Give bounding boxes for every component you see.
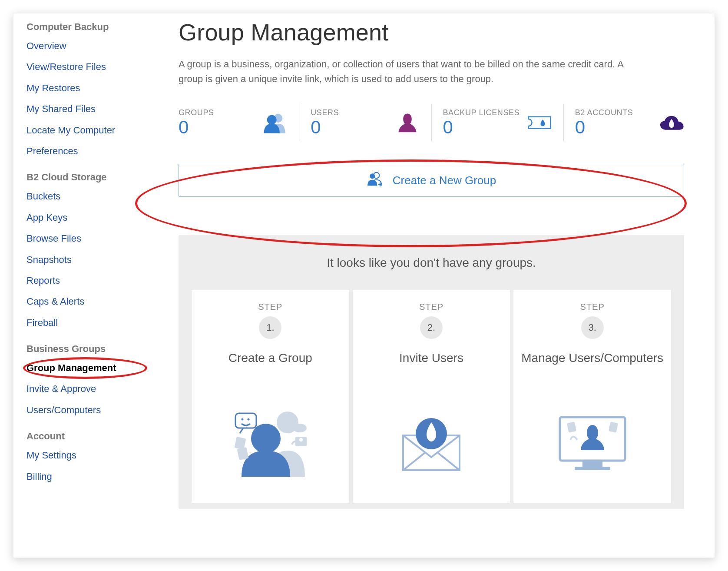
stat-label: BACKUP LICENSES [443,108,520,117]
stat-backup-licenses: BACKUP LICENSES 0 [432,104,564,141]
step-number: 3. [581,316,604,339]
groups-icon [262,111,288,134]
sidebar-item-users-computers[interactable]: Users/Computers [26,405,144,416]
sidebar-item-overview[interactable]: Overview [26,40,144,52]
sidebar-item-my-settings[interactable]: My Settings [26,450,144,461]
step-card-1: STEP 1. Create a Group [192,290,349,503]
sidebar-item-view-restore-files[interactable]: View/Restore Files [26,61,144,73]
sidebar-section-b2-cloud-storage: B2 Cloud Storage Buckets App Keys Browse… [26,172,144,329]
steps-row: STEP 1. Create a Group [192,290,671,503]
sidebar-item-snapshots[interactable]: Snapshots [26,254,144,266]
sidebar: Computer Backup Overview View/Restore Fi… [13,13,157,558]
add-group-icon [367,172,384,189]
stats-row: GROUPS 0 USERS 0 [179,104,684,141]
step-card-3: STEP 3. Manage Users/Computers [513,290,671,503]
svg-point-11 [299,438,303,442]
step-number: 1. [259,316,281,339]
invite-users-illustration-icon [394,391,468,492]
svg-point-6 [251,424,281,453]
sidebar-heading: Business Groups [26,343,144,355]
empty-state-message: It looks like you don't have any groups. [192,256,671,270]
svg-point-8 [242,418,244,420]
create-group-illustration-icon [222,391,318,492]
stat-b2-accounts: B2 ACCOUNTS 0 [564,104,684,141]
sidebar-item-invite-approve[interactable]: Invite & Approve [26,383,144,395]
empty-state-panel: It looks like you don't have any groups.… [179,235,684,509]
stat-users: USERS 0 [299,104,431,141]
stat-value: 0 [443,117,520,137]
manage-users-illustration-icon [551,391,634,492]
step-number: 2. [420,316,443,339]
stat-value: 0 [179,117,214,137]
create-new-group-button[interactable]: Create a New Group [179,164,684,197]
sidebar-item-caps-alerts[interactable]: Caps & Alerts [26,296,144,307]
svg-rect-17 [575,467,610,470]
cloud-icon [659,111,684,134]
sidebar-item-browse-files[interactable]: Browse Files [26,233,144,244]
sidebar-item-app-keys[interactable]: App Keys [26,212,144,223]
stat-groups: GROUPS 0 [179,104,299,141]
step-title: Manage Users/Computers [521,350,663,383]
sidebar-item-group-management[interactable]: Group Management [26,362,144,374]
svg-point-9 [248,418,250,420]
sidebar-section-computer-backup: Computer Backup Overview View/Restore Fi… [26,21,144,157]
stat-label: GROUPS [179,108,214,117]
svg-point-1 [267,115,277,125]
step-pre-label: STEP [580,302,605,312]
sidebar-item-locate-my-computer[interactable]: Locate My Computer [26,125,144,136]
step-card-2: STEP 2. Invite Users [353,290,510,503]
sidebar-item-buckets[interactable]: Buckets [26,191,144,202]
sidebar-item-fireball[interactable]: Fireball [26,317,144,329]
sidebar-item-my-shared-files[interactable]: My Shared Files [26,103,144,115]
svg-point-3 [370,173,375,179]
stat-label: B2 ACCOUNTS [575,108,633,117]
page-title: Group Management [179,19,684,46]
sidebar-item-reports[interactable]: Reports [26,275,144,286]
sidebar-heading: Account [26,431,144,442]
license-icon [527,111,552,134]
app-frame: Computer Backup Overview View/Restore Fi… [13,13,715,558]
step-title: Invite Users [399,350,463,383]
stat-value: 0 [311,117,339,137]
sidebar-heading: Computer Backup [26,21,144,33]
step-pre-label: STEP [419,302,443,312]
svg-rect-16 [582,461,602,467]
sidebar-item-billing[interactable]: Billing [26,471,144,482]
stat-value: 0 [575,117,633,137]
create-new-group-button-label: Create a New Group [393,174,496,187]
step-pre-label: STEP [258,302,282,312]
page-description: A group is a business, organization, or … [179,57,648,86]
sidebar-section-business-groups: Business Groups Group Management Invite … [26,343,144,416]
user-icon [395,111,420,134]
sidebar-heading: B2 Cloud Storage [26,172,144,183]
sidebar-section-account: Account My Settings Billing [26,431,144,482]
stat-label: USERS [311,108,339,117]
sidebar-item-preferences[interactable]: Preferences [26,146,144,157]
step-title: Create a Group [228,350,312,383]
sidebar-item-my-restores[interactable]: My Restores [26,83,144,94]
main-content: Group Management A group is a business, … [157,13,715,558]
